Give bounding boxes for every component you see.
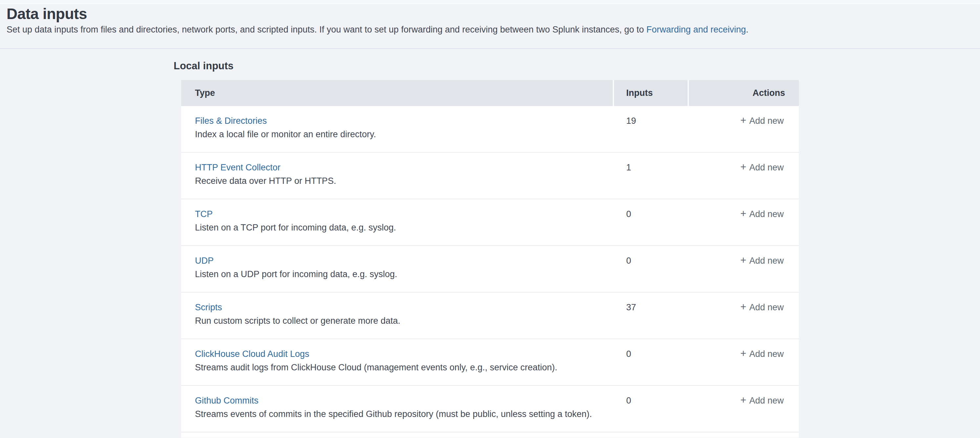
actions-cell: +Add new [687,153,797,199]
input-count: 37 [614,293,687,339]
plus-icon: + [740,348,746,359]
page-title: Data inputs [6,6,980,22]
type-cell: HTTP Event Collector Receive data over H… [181,153,614,199]
partial-next-row [181,432,799,438]
table-body: Files & Directories Index a local file o… [181,106,799,432]
plus-icon: + [740,209,746,219]
plus-icon: + [740,255,746,266]
input-count: 0 [614,246,687,292]
plus-icon: + [740,115,746,126]
type-cell: UDP Listen on a UDP port for incoming da… [181,246,614,292]
input-count: 0 [614,199,687,245]
input-type-description: Receive data over HTTP or HTTPS. [195,176,614,185]
input-count: 19 [614,106,687,152]
table-row: TCP Listen on a TCP port for incoming da… [181,199,799,246]
add-new-label: Add new [749,396,784,406]
add-new-label: Add new [749,209,784,219]
table-row: UDP Listen on a UDP port for incoming da… [181,246,799,293]
section-heading-local-inputs: Local inputs [173,60,980,72]
subtitle-text: Set up data inputs from files and direct… [6,25,647,35]
type-cell: Scripts Run custom scripts to collect or… [181,293,614,339]
local-inputs-table: Type Inputs Actions Files & Directories … [181,80,799,438]
type-cell: ClickHouse Cloud Audit Logs Streams audi… [181,339,614,385]
input-type-description: Listen on a UDP port for incoming data, … [195,269,614,279]
forwarding-and-receiving-link[interactable]: Forwarding and receiving [647,25,746,35]
add-new-label: Add new [749,349,784,359]
add-new-link[interactable]: +Add new [740,162,784,172]
add-new-link[interactable]: +Add new [740,303,784,312]
column-header-inputs[interactable]: Inputs [614,80,687,106]
type-cell: TCP Listen on a TCP port for incoming da… [181,199,614,245]
column-header-type[interactable]: Type [181,80,613,106]
input-type-link[interactable]: Scripts [195,303,222,312]
page-header: Data inputs Set up data inputs from file… [0,6,980,49]
actions-cell: +Add new [687,293,797,339]
input-type-description: Streams audit logs from ClickHouse Cloud… [195,363,614,372]
add-new-link[interactable]: +Add new [740,209,784,219]
table-row: ClickHouse Cloud Audit Logs Streams audi… [181,339,799,386]
plus-icon: + [740,395,746,406]
add-new-label: Add new [749,162,784,172]
type-cell: Files & Directories Index a local file o… [181,106,614,152]
input-type-link[interactable]: UDP [195,256,214,265]
add-new-link[interactable]: +Add new [740,396,784,406]
add-new-link[interactable]: +Add new [740,349,784,359]
input-type-link[interactable]: HTTP Event Collector [195,163,281,172]
column-header-actions: Actions [689,80,799,106]
plus-icon: + [740,162,746,172]
add-new-label: Add new [749,256,784,266]
subtitle-period: . [746,25,749,35]
actions-cell: +Add new [687,246,797,292]
table-row: Files & Directories Index a local file o… [181,106,799,153]
actions-cell: +Add new [687,199,797,245]
input-type-link[interactable]: TCP [195,209,213,219]
input-count: 0 [614,386,687,432]
input-type-description: Listen on a TCP port for incoming data, … [195,223,614,232]
content-area: Local inputs Type Inputs Actions Files &… [0,60,980,438]
type-cell: Github Commits Streams events of commits… [181,386,614,432]
input-type-description: Run custom scripts to collect or generat… [195,316,614,325]
table-row: Github Commits Streams events of commits… [181,386,799,432]
input-type-link[interactable]: ClickHouse Cloud Audit Logs [195,349,309,358]
plus-icon: + [740,302,746,312]
input-count: 1 [614,153,687,199]
top-strip [0,0,980,4]
add-new-link[interactable]: +Add new [740,116,784,126]
input-type-description: Streams events of commits in the specifi… [195,409,614,419]
input-count: 0 [614,339,687,385]
input-type-link[interactable]: Files & Directories [195,116,267,126]
input-type-link[interactable]: Github Commits [195,396,259,405]
add-new-label: Add new [749,116,784,126]
add-new-label: Add new [749,303,784,312]
add-new-link[interactable]: +Add new [740,256,784,266]
page-subtitle: Set up data inputs from files and direct… [6,24,980,35]
input-type-description: Index a local file or monitor an entire … [195,130,614,139]
table-row: Scripts Run custom scripts to collect or… [181,293,799,339]
actions-cell: +Add new [687,339,797,385]
actions-cell: +Add new [687,386,797,432]
actions-cell: +Add new [687,106,797,152]
table-row: HTTP Event Collector Receive data over H… [181,153,799,199]
table-header-row: Type Inputs Actions [181,80,799,106]
